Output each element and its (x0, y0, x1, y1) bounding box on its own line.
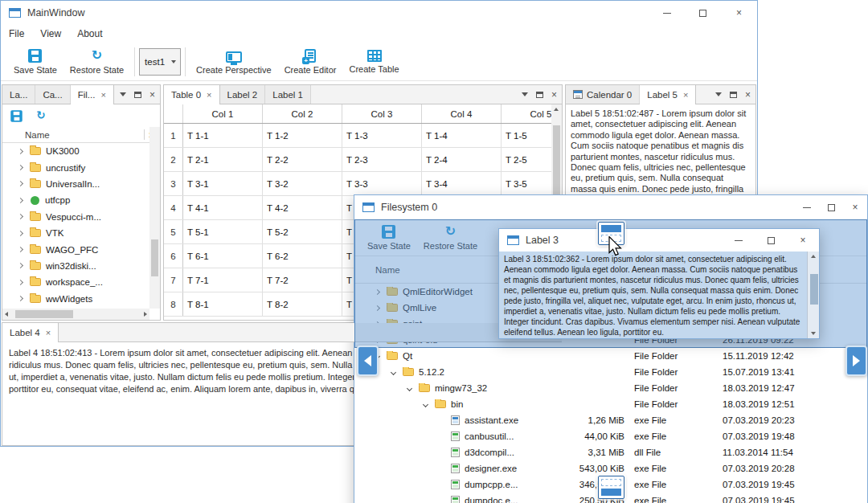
main-titlebar[interactable]: MainWindow × (1, 1, 757, 25)
table-column-header[interactable]: Col 3 (342, 104, 422, 123)
fs-tree-item[interactable]: d3dcompil...3,31 MiBdll File11.03.2014 1… (354, 444, 867, 460)
fs-tree-item[interactable]: binFile Folder18.03.2019 12:51 (354, 396, 867, 412)
table-cell[interactable]: T 2-1 (183, 148, 263, 171)
dock-bottom-indicator[interactable] (598, 476, 624, 499)
tab-close-icon[interactable]: × (100, 91, 105, 100)
undock-icon[interactable] (536, 92, 543, 98)
row-number-cell[interactable]: 6 (164, 244, 183, 268)
close-panel-icon[interactable]: × (149, 90, 155, 100)
save-icon[interactable] (10, 110, 22, 121)
expand-chevron-icon[interactable] (18, 165, 23, 170)
restore-icon[interactable] (35, 109, 47, 121)
table-cell[interactable]: T 8-1 (183, 292, 263, 316)
fs-tree-item[interactable]: 5.12.2File Folder15.07.2019 13:41 (354, 364, 867, 380)
maximize-button[interactable] (685, 1, 721, 25)
table-cell[interactable]: T 1-1 (183, 124, 263, 147)
expand-chevron-icon[interactable] (18, 198, 23, 203)
expand-chevron-icon[interactable] (18, 149, 23, 154)
table-cell[interactable]: T 4-2 (263, 196, 342, 219)
menu-about[interactable]: About (77, 28, 102, 39)
scrollbar-thumb[interactable] (553, 125, 560, 202)
row-number-cell[interactable]: 3 (164, 172, 183, 195)
table-cell[interactable]: T 3-2 (263, 172, 342, 195)
tree-item[interactable]: UniversalIn... (2, 176, 160, 192)
table-cell[interactable]: T 6-1 (183, 244, 263, 268)
row-number-cell[interactable]: 1 (164, 124, 183, 147)
table-cell[interactable]: T 1-2 (263, 124, 342, 147)
menu-view[interactable]: View (40, 28, 61, 39)
tab-table0[interactable]: Table 0 × (164, 85, 220, 104)
table-cell[interactable]: T 5-2 (263, 220, 342, 243)
name-column-header[interactable]: Name (2, 130, 50, 140)
table-column-header[interactable]: Col 1 (183, 104, 263, 123)
tab-filesystem[interactable]: Fil... × (71, 85, 114, 104)
scrollbar-thumb[interactable] (810, 274, 818, 305)
table-column-header[interactable]: Col 2 (263, 104, 342, 123)
tabs-menu-chevron-icon[interactable] (522, 92, 528, 96)
fs-tree-item[interactable]: designer.exe543,00 KiBexe File07.03.2019… (354, 460, 867, 476)
horizontal-scrollbar[interactable] (2, 309, 149, 320)
table-cell[interactable]: T 2-4 (422, 148, 502, 171)
row-number-cell[interactable]: 8 (164, 292, 183, 316)
expand-chevron-icon[interactable] (18, 296, 23, 301)
tab-label4[interactable]: Label 4 × (2, 323, 59, 342)
tab-label1[interactable]: Label 1 (265, 85, 311, 104)
row-number-cell[interactable]: 5 (164, 220, 183, 243)
table-cell[interactable]: T 7-1 (183, 268, 263, 292)
tree-item[interactable]: Vespucci-m... (2, 209, 160, 225)
tab-close-icon[interactable]: × (683, 91, 688, 100)
table-cell[interactable]: T 2-3 (342, 148, 422, 171)
scrollbar-thumb[interactable] (15, 310, 73, 318)
tabs-menu-chevron-icon[interactable] (715, 92, 722, 96)
save-state-button[interactable]: Save State (7, 44, 63, 80)
tab-calendar-truncated[interactable]: Ca... (35, 85, 70, 104)
table-cell[interactable]: T 5-1 (183, 220, 263, 243)
expand-chevron-icon[interactable] (18, 247, 23, 252)
table-cell[interactable]: T 1-4 (422, 124, 502, 147)
close-button[interactable]: × (721, 1, 757, 25)
dock-left-indicator[interactable] (357, 346, 379, 376)
table-cell[interactable]: T 7-2 (263, 268, 342, 292)
expand-chevron-icon[interactable] (18, 263, 23, 268)
label3-titlebar[interactable]: Label 3 × (499, 229, 819, 251)
fs-tree-item[interactable]: assistant.exe1,26 MiBexe File07.03.2019 … (354, 412, 867, 428)
create-table-button[interactable]: Create Table (342, 44, 405, 80)
tree-item[interactable]: win32diski... (2, 258, 160, 274)
table-cell[interactable]: T 6-2 (263, 244, 342, 268)
tree-item[interactable]: workspace_... (2, 274, 160, 290)
close-panel-icon[interactable]: × (551, 90, 557, 100)
restore-state-button[interactable]: Restore State (63, 44, 130, 80)
expand-chevron-icon[interactable] (18, 214, 23, 219)
tree-header[interactable]: Name Si (2, 127, 160, 143)
tabs-menu-chevron-icon[interactable] (120, 92, 126, 96)
expand-chevron-icon[interactable] (18, 280, 23, 285)
close-button[interactable]: × (787, 229, 819, 251)
scroll-down-icon[interactable] (811, 332, 816, 335)
undock-icon[interactable] (730, 92, 737, 98)
row-number-cell[interactable]: 4 (164, 196, 183, 219)
expand-chevron-icon[interactable] (391, 369, 396, 374)
expand-chevron-icon[interactable] (423, 401, 428, 407)
fs-tree-item[interactable]: canbusutil...44,00 KiBexe File07.03.2019… (354, 428, 867, 444)
table-cell[interactable]: T 3-4 (422, 172, 502, 195)
tree-item[interactable]: UK3000 (2, 143, 160, 159)
vertical-scrollbar[interactable] (149, 127, 160, 309)
minimize-button[interactable] (723, 229, 755, 251)
table-cell[interactable]: T 4-1 (183, 196, 263, 219)
table-cell[interactable]: T 3-1 (183, 172, 263, 195)
close-panel-icon[interactable]: × (745, 90, 751, 100)
tab-label-truncated[interactable]: La... (2, 85, 35, 104)
undock-icon[interactable] (134, 92, 141, 98)
tab-label5[interactable]: Label 5 × (640, 85, 696, 104)
table-column-header[interactable]: Col 4 (422, 104, 502, 123)
fs-tree-item[interactable]: mingw73_32File Folder18.03.2019 12:47 (354, 380, 867, 396)
table-cell[interactable]: T 8-2 (263, 292, 342, 316)
minimize-button[interactable] (795, 195, 819, 219)
menu-file[interactable]: File (9, 28, 24, 39)
scroll-up-icon[interactable] (811, 255, 816, 258)
expand-chevron-icon[interactable] (18, 181, 23, 186)
table-cell[interactable]: T 1-3 (342, 124, 422, 147)
tab-calendar0[interactable]: Calendar 0 (566, 85, 640, 104)
vertical-scrollbar[interactable] (807, 251, 819, 338)
perspective-combo[interactable]: test1 (139, 48, 181, 76)
